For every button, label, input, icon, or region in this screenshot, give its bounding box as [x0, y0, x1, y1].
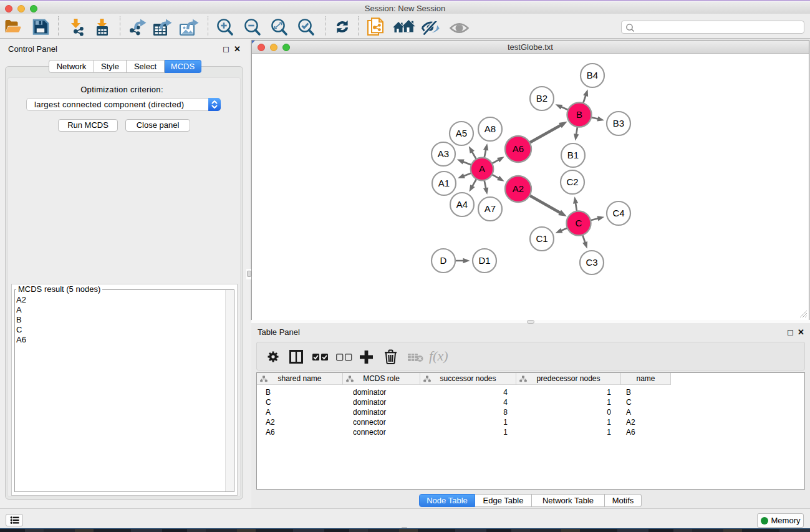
svg-text:C2: C2 — [566, 177, 578, 187]
svg-text:D1: D1 — [478, 255, 490, 266]
svg-text:A5: A5 — [456, 128, 467, 138]
svg-text:D: D — [440, 255, 447, 266]
svg-text:A8: A8 — [485, 123, 496, 134]
svg-text:C: C — [576, 218, 582, 228]
svg-text:A6: A6 — [513, 143, 524, 154]
svg-text:B2: B2 — [536, 93, 547, 104]
svg-text:A4: A4 — [456, 199, 468, 210]
svg-text:C1: C1 — [536, 233, 547, 244]
svg-text:C4: C4 — [612, 208, 624, 218]
svg-text:A7: A7 — [485, 203, 496, 214]
svg-text:B: B — [576, 109, 582, 120]
svg-text:A1: A1 — [438, 178, 450, 188]
svg-text:C3: C3 — [586, 257, 597, 268]
svg-text:B3: B3 — [613, 118, 624, 128]
svg-text:A3: A3 — [438, 148, 449, 159]
svg-text:B1: B1 — [567, 150, 579, 160]
svg-text:B4: B4 — [587, 70, 598, 80]
svg-text:A2: A2 — [513, 183, 524, 194]
svg-text:A: A — [479, 163, 485, 174]
